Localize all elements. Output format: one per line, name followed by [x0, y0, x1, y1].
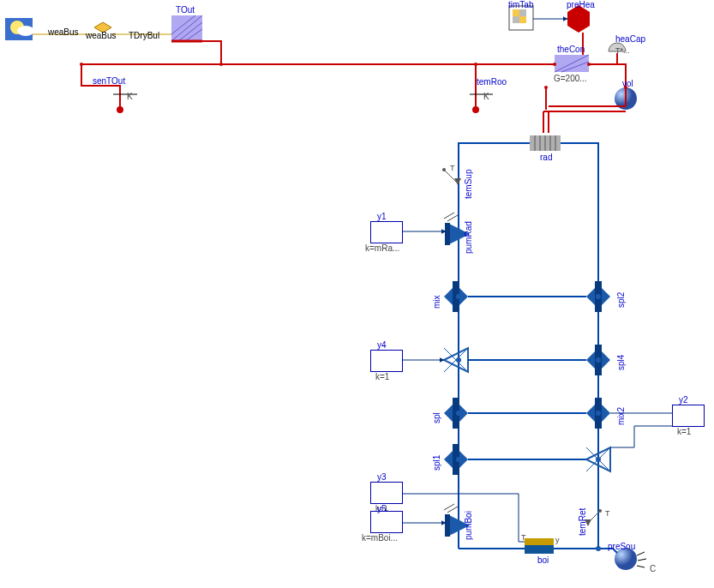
y2-k: k=1 [677, 427, 691, 436]
y1-name: y1 [377, 212, 387, 221]
svg-line-100 [638, 559, 646, 561]
y4-block[interactable] [370, 350, 403, 372]
mix-label: mix [432, 295, 441, 309]
boi-y: y [555, 536, 560, 544]
thecon-g: G=200... [554, 74, 587, 83]
spl4-label: spl4 [616, 355, 626, 370]
tdrybul-label: TDryBul [129, 31, 159, 40]
y1-block[interactable] [370, 221, 403, 243]
tout-label: TOut [176, 5, 195, 15]
weaBus-label: weaBus [86, 31, 117, 40]
vol-label: vol [622, 79, 633, 88]
svg-point-110 [456, 457, 461, 462]
svg-point-112 [596, 294, 601, 299]
svg-point-17 [472, 106, 479, 113]
svg-point-58 [442, 168, 446, 171]
y4-name: y4 [377, 340, 387, 350]
spl1-label: spl1 [432, 455, 441, 471]
svg-rect-21 [519, 9, 526, 16]
temroo-label: temRoo [477, 77, 507, 87]
svg-rect-95 [525, 545, 554, 554]
sentout-k: K [127, 92, 133, 101]
svg-marker-59 [454, 178, 461, 185]
boi-t: T [521, 533, 526, 542]
spl2-label: spl2 [616, 292, 626, 308]
weaBus-conn-label: weaBus [48, 27, 79, 37]
presou-label: preSou [608, 542, 635, 551]
svg-point-14 [117, 106, 123, 113]
heacap-label: heaCap [615, 34, 645, 44]
svg-point-45 [544, 86, 548, 89]
svg-point-2 [17, 26, 34, 36]
heacap-t: T*... [615, 46, 630, 55]
svg-point-108 [456, 357, 461, 363]
svg-point-35 [219, 63, 223, 66]
svg-point-107 [456, 294, 461, 299]
y5-name: y5 [377, 504, 387, 513]
thecon-label: theCon [557, 45, 585, 54]
svg-rect-25 [567, 12, 590, 26]
spl-label: spl [432, 412, 441, 423]
prehea-label: preHea [567, 0, 595, 9]
weaDat-label: w... [15, 6, 28, 15]
temret-label: temRet [578, 508, 587, 536]
y5-block[interactable] [370, 511, 403, 533]
svg-point-116 [596, 546, 601, 551]
y1-k: k=mRa... [365, 243, 399, 253]
temsup-label: temSup [464, 170, 473, 199]
temsup-t: T [450, 164, 455, 172]
svg-point-106 [456, 229, 461, 234]
svg-rect-23 [519, 16, 526, 23]
pumboi-label: pumBoi [464, 511, 473, 540]
sentout-label: senTOut [93, 76, 125, 86]
svg-point-32 [553, 63, 556, 66]
svg-rect-20 [513, 9, 519, 16]
svg-marker-27 [567, 26, 590, 33]
pumrad-label: pumRad [464, 221, 473, 254]
diagram-lines [0, 0, 714, 588]
svg-rect-61 [445, 223, 450, 245]
timtab-label: timTab [508, 0, 533, 9]
rad-label: rad [540, 153, 552, 162]
svg-point-111 [456, 520, 461, 525]
svg-line-99 [637, 552, 645, 555]
y2-name: y2 [679, 395, 688, 405]
y5-k: k=mBoi... [362, 533, 398, 543]
svg-point-92 [598, 509, 602, 513]
boi-label: boi [537, 555, 549, 565]
svg-point-34 [474, 63, 477, 66]
svg-point-36 [80, 63, 83, 66]
svg-point-113 [596, 357, 601, 363]
svg-rect-88 [445, 514, 450, 537]
y3-name: y3 [377, 472, 387, 482]
presou-c: C [650, 564, 656, 573]
svg-line-101 [637, 566, 645, 567]
svg-rect-22 [513, 16, 519, 23]
svg-point-115 [596, 457, 601, 462]
y4-k: k=1 [375, 372, 389, 381]
y3-block[interactable] [370, 482, 403, 504]
svg-point-109 [456, 411, 461, 416]
temret-t: T [605, 509, 610, 518]
svg-point-114 [596, 411, 601, 416]
y2-block[interactable] [672, 405, 705, 427]
temroo-k: K [483, 92, 489, 101]
mix2-label: mix2 [616, 407, 626, 425]
